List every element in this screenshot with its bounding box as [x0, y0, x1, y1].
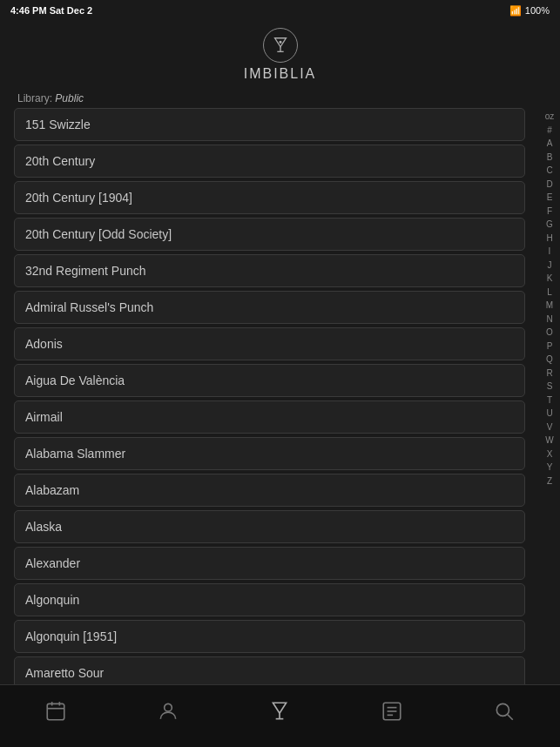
svg-point-7	[165, 703, 172, 711]
alpha-index-item[interactable]: J	[539, 259, 560, 273]
status-time: 4:46 PM Sat Dec 2	[10, 5, 92, 16]
alpha-index-item[interactable]: X	[539, 448, 560, 461]
alpha-index-item[interactable]: U	[539, 407, 560, 421]
alpha-index-item[interactable]: O	[539, 326, 560, 340]
alpha-index-item[interactable]: V	[539, 421, 560, 434]
drink-list[interactable]: 151 Swizzle20th Century20th Century [190…	[0, 108, 539, 703]
alpha-index-item[interactable]: K	[539, 272, 560, 286]
tab-cocktail[interactable]	[224, 700, 336, 724]
battery-text: 100%	[525, 5, 550, 16]
list-item[interactable]: 20th Century	[14, 145, 525, 178]
alpha-index-item[interactable]: M	[539, 299, 560, 313]
status-right: 📶 100%	[509, 5, 550, 17]
alpha-index-item[interactable]: R	[539, 367, 560, 380]
list-item[interactable]: Algonquin [1951]	[14, 620, 525, 653]
tab-list[interactable]	[336, 700, 449, 724]
list-item[interactable]: Alabama Slammer	[14, 437, 525, 470]
alpha-index-item[interactable]: W	[539, 434, 560, 448]
alpha-index-item[interactable]: S	[539, 380, 560, 394]
list-item[interactable]: Algonquin	[14, 583, 525, 616]
svg-rect-3	[48, 703, 65, 719]
alpha-index-item[interactable]: Y	[539, 461, 560, 474]
alpha-index-item[interactable]: P	[539, 340, 560, 353]
alpha-index-item[interactable]: oz	[539, 110, 560, 124]
alpha-index-item[interactable]: A	[539, 137, 560, 151]
svg-line-15	[507, 714, 512, 719]
library-value: Public	[55, 92, 84, 104]
tab-profile[interactable]	[112, 700, 225, 724]
app-header: IMBIBLIA	[0, 21, 560, 87]
list-item[interactable]: Alabazam	[14, 474, 525, 507]
logo-circle	[263, 28, 298, 63]
svg-point-14	[496, 703, 509, 716]
alpha-index-item[interactable]: I	[539, 245, 560, 259]
list-item[interactable]: Alexander	[14, 547, 525, 580]
library-label: Library: Public	[0, 87, 560, 108]
alpha-index-item[interactable]: H	[539, 232, 560, 246]
list-item[interactable]: Admiral Russel's Punch	[14, 291, 525, 324]
list-item[interactable]: Adonis	[14, 327, 525, 360]
alpha-index-item[interactable]: G	[539, 218, 560, 232]
cocktail-glass-icon	[271, 36, 290, 55]
tab-calendar[interactable]	[0, 700, 112, 724]
alpha-index-item[interactable]: N	[539, 313, 560, 326]
list-item[interactable]: Aigua De València	[14, 364, 525, 397]
alpha-index-item[interactable]: E	[539, 191, 560, 205]
wifi-icon: 📶	[509, 5, 522, 17]
list-item[interactable]: 151 Swizzle	[14, 108, 525, 141]
alpha-index-item[interactable]: B	[539, 151, 560, 165]
alpha-index-item[interactable]: #	[539, 124, 560, 138]
tab-search[interactable]	[448, 700, 560, 724]
alpha-sidebar: oz#ABCDEFGHIJKLMNOPQRSTUVWXYZ	[539, 108, 560, 703]
list-item[interactable]: Airmail	[14, 400, 525, 434]
list-item[interactable]: 32nd Regiment Punch	[14, 254, 525, 287]
status-bar: 4:46 PM Sat Dec 2 📶 100%	[0, 0, 560, 21]
list-item[interactable]: 20th Century [Odd Society]	[14, 218, 525, 251]
alpha-index-item[interactable]: D	[539, 178, 560, 192]
list-item[interactable]: 20th Century [1904]	[14, 181, 525, 214]
tab-bar	[0, 684, 560, 747]
alpha-index-item[interactable]: F	[539, 205, 560, 219]
alpha-index-item[interactable]: L	[539, 286, 560, 299]
content-area: 151 Swizzle20th Century20th Century [190…	[0, 108, 560, 703]
alpha-index-item[interactable]: T	[539, 394, 560, 407]
alpha-index-item[interactable]: Q	[539, 353, 560, 367]
alpha-index-item[interactable]: C	[539, 164, 560, 178]
list-item[interactable]: Alaska	[14, 510, 525, 543]
svg-point-2	[280, 41, 281, 43]
app-title: IMBIBLIA	[244, 66, 317, 82]
alpha-index-item[interactable]: Z	[539, 474, 560, 488]
